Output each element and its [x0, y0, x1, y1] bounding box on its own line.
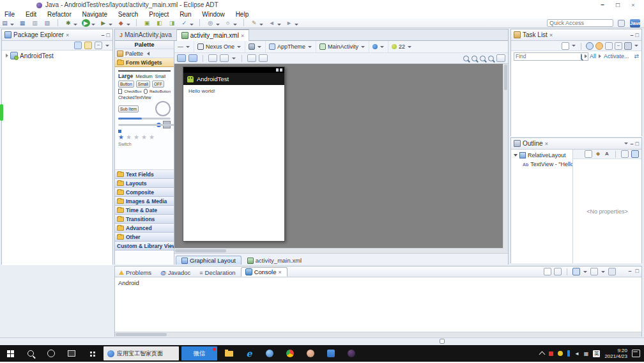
- view-close-icon[interactable]: [549, 31, 553, 38]
- relativelayout-node[interactable]: RelativeLayout: [511, 151, 572, 160]
- minimize-button[interactable]: [597, 1, 608, 9]
- palette-category-time-date[interactable]: Time & Date: [115, 206, 174, 215]
- view-maximize-icon[interactable]: [636, 268, 639, 274]
- scroll-lock-icon[interactable]: [554, 268, 562, 275]
- wrap-content-icon[interactable]: [247, 54, 256, 62]
- find-task-input[interactable]: [514, 52, 588, 61]
- menu-window[interactable]: Window: [197, 10, 229, 19]
- edge-button[interactable]: e: [239, 345, 259, 362]
- active-app-taskbar-button[interactable]: 应用宝工智家页面: [103, 346, 179, 360]
- run-caret-icon[interactable]: [91, 24, 95, 26]
- theme-combo[interactable]: AppTheme: [266, 41, 316, 52]
- palette-category-advanced[interactable]: Advanced: [115, 224, 174, 233]
- forward-caret-icon[interactable]: [295, 24, 298, 26]
- filter-all-link[interactable]: All: [590, 53, 596, 59]
- app-pink-button[interactable]: [300, 345, 321, 362]
- menu-refactor[interactable]: Refactor: [43, 10, 76, 19]
- taskbar-clock[interactable]: 9:20 2021/4/23: [604, 348, 627, 359]
- tab-console[interactable]: Console: [241, 267, 288, 277]
- synchronize-icon[interactable]: [586, 42, 594, 50]
- tab-close-icon[interactable]: [278, 268, 281, 275]
- locale-combo[interactable]: [369, 41, 388, 52]
- hidden-icons-chevron-icon[interactable]: [539, 351, 545, 358]
- save-icon[interactable]: ▦: [18, 19, 26, 27]
- tab-mainactivity-java[interactable]: J MainActivity.java: [115, 29, 177, 40]
- avd-manager-icon[interactable]: ◨: [167, 19, 176, 27]
- checkbox-item[interactable]: [118, 89, 122, 94]
- radiobutton-item[interactable]: [144, 89, 148, 94]
- lint-caret-icon[interactable]: [190, 24, 194, 26]
- scrollbar-thumb[interactable]: [116, 333, 167, 336]
- tab-problems[interactable]: Problems: [115, 268, 157, 277]
- show-canvas-mode-icon[interactable]: [177, 54, 186, 62]
- ratingbar-item[interactable]: ★ ★ ★ ★ ★: [115, 133, 174, 141]
- palette-category-images-media[interactable]: Images & Media: [115, 197, 174, 206]
- task-list-title[interactable]: Task List: [523, 31, 548, 38]
- zoom-100-icon[interactable]: [471, 56, 477, 61]
- menu-file[interactable]: File: [0, 10, 19, 19]
- match-parent-icon[interactable]: [259, 54, 268, 62]
- checkedtextview-item[interactable]: CheckedTextView: [118, 95, 151, 100]
- view-maximize-icon[interactable]: [107, 32, 110, 38]
- show-advanced-properties-icon[interactable]: [585, 150, 592, 158]
- button-item[interactable]: Button: [118, 81, 134, 88]
- large-text-item[interactable]: Large: [118, 73, 133, 79]
- ime-language-icon[interactable]: 英: [593, 350, 600, 357]
- console-horizontal-scrollbar[interactable]: [115, 332, 641, 337]
- margins-toggle-icon[interactable]: [208, 54, 217, 62]
- device-preview[interactable]: AndroidTest Hello world!: [183, 66, 285, 242]
- small-text-item[interactable]: Small: [155, 74, 165, 79]
- view-maximize-icon[interactable]: [636, 32, 639, 38]
- zoom-out-icon[interactable]: [463, 56, 469, 61]
- zoom-in-icon[interactable]: [488, 56, 494, 61]
- tray-red-icon[interactable]: [549, 351, 553, 356]
- palette-header[interactable]: Palette: [115, 49, 174, 58]
- maximize-button[interactable]: [612, 1, 624, 9]
- configuration-combo[interactable]: —: [174, 41, 194, 52]
- file-explorer-button[interactable]: [218, 345, 239, 362]
- network-icon[interactable]: ▦: [584, 351, 589, 357]
- annotate-icon[interactable]: ✎: [250, 19, 258, 27]
- new-type-icon[interactable]: ◎: [206, 19, 215, 27]
- search-caret-icon[interactable]: [233, 24, 237, 26]
- activity-combo[interactable]: MainActivity: [316, 41, 369, 52]
- sort-alpha-icon[interactable]: A: [604, 151, 610, 157]
- tab-xml-source[interactable]: activity_main.xml: [241, 256, 307, 265]
- small-button-item[interactable]: Small: [136, 81, 150, 88]
- new-task-caret-icon[interactable]: [572, 45, 576, 47]
- view-minimize-icon[interactable]: [629, 268, 632, 274]
- project-tree-item[interactable]: AndroidTest: [2, 50, 112, 61]
- palette-category-custom-views[interactable]: Custom & Library Views: [115, 242, 174, 251]
- view-close-icon[interactable]: [66, 31, 69, 38]
- new-wizard-caret-icon[interactable]: [10, 24, 14, 26]
- zoom-fit-icon[interactable]: [480, 56, 486, 61]
- menu-search[interactable]: Search: [114, 10, 143, 19]
- clear-console-icon[interactable]: [544, 268, 551, 275]
- pin-properties-icon[interactable]: ◆: [595, 151, 601, 157]
- hello-world-text[interactable]: Hello world!: [188, 88, 215, 94]
- start-button[interactable]: [0, 345, 20, 362]
- annotate-caret-icon[interactable]: [259, 24, 263, 26]
- menu-help[interactable]: Help: [231, 10, 254, 19]
- activate-task-link[interactable]: Activate...: [604, 53, 629, 59]
- tab-declaration[interactable]: ≡ Declaration: [195, 268, 240, 277]
- taskbar-search-button[interactable]: [20, 345, 41, 362]
- cortana-button[interactable]: [41, 345, 61, 362]
- search-icon[interactable]: ○: [224, 19, 232, 27]
- seekbar-item[interactable]: [118, 124, 174, 126]
- expander-icon[interactable]: [514, 154, 518, 157]
- lint-icon[interactable]: ✓: [180, 19, 188, 27]
- spinner-item[interactable]: Sub Item: [118, 105, 139, 112]
- qq-button[interactable]: [259, 345, 280, 362]
- action-center-icon[interactable]: [632, 350, 640, 357]
- coverage-caret-icon[interactable]: [126, 24, 130, 26]
- print-icon[interactable]: ▥: [31, 19, 39, 27]
- focus-on-task-icon[interactable]: [74, 42, 82, 49]
- task-list-content[interactable]: [511, 61, 641, 137]
- view-minimize-icon[interactable]: [102, 32, 105, 38]
- ime-grid-button[interactable]: [82, 345, 102, 362]
- link-with-editor-icon[interactable]: [84, 42, 92, 49]
- new-type-caret-icon[interactable]: [216, 24, 220, 26]
- app-blue-button[interactable]: [321, 345, 341, 362]
- tab-javadoc[interactable]: @ Javadoc: [157, 268, 195, 277]
